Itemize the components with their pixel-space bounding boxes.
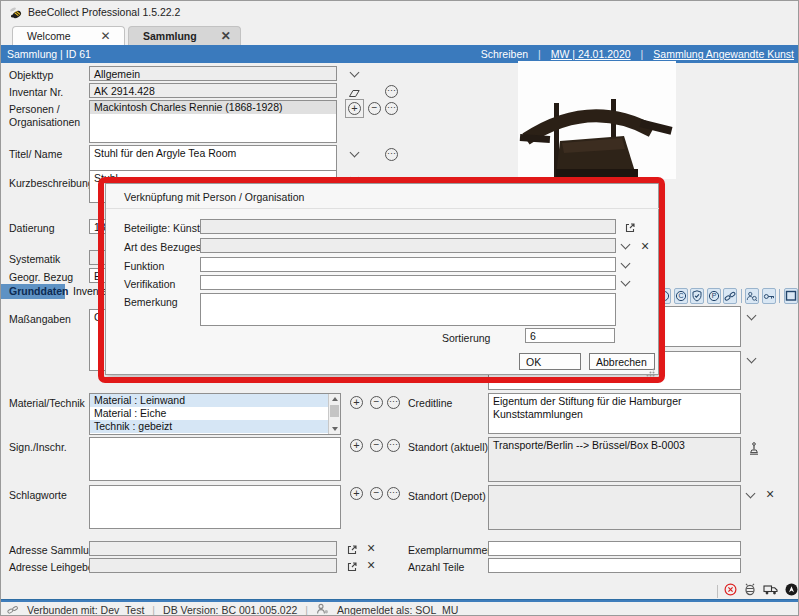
chevron-down-icon[interactable]	[350, 174, 358, 182]
ellipsis-icon[interactable]	[387, 396, 400, 409]
beteiligte-input[interactable]	[200, 219, 616, 234]
object-photo[interactable]	[518, 61, 676, 179]
remove-person-button[interactable]	[368, 102, 381, 115]
sortierung-input[interactable]: 6	[525, 328, 615, 343]
ellipsis-icon[interactable]	[385, 102, 398, 115]
chevron-down-icon[interactable]	[350, 149, 358, 157]
record-toolbar: C P	[657, 288, 798, 304]
clear-icon[interactable]	[766, 487, 774, 501]
art-des-bezuges-label: Art des Bezuges	[124, 241, 201, 253]
chevron-down-icon[interactable]	[621, 278, 629, 286]
bemerkung-label: Bemerkung	[124, 296, 178, 308]
compass-icon[interactable]	[785, 582, 798, 600]
schlagworte-input[interactable]	[89, 485, 341, 529]
list-item[interactable]: Material : Leinwand	[90, 394, 336, 407]
link-person-dialog: Verknüpfung mit Person / Organisation Be…	[105, 183, 659, 375]
tab-sammlung-label: Sammlung	[143, 30, 197, 42]
adresse-sammlung-input[interactable]	[89, 541, 337, 556]
funktion-input[interactable]	[200, 257, 616, 272]
adresse-leihgeber-input[interactable]	[89, 558, 337, 573]
person-search-icon[interactable]	[745, 288, 759, 304]
art-des-bezuges-input[interactable]	[200, 238, 616, 253]
ok-button[interactable]: OK	[519, 353, 581, 370]
verifikation-input[interactable]	[200, 275, 616, 290]
titel-label: Titel/ Name	[9, 148, 62, 160]
link-icon[interactable]	[723, 288, 737, 304]
tab-welcome[interactable]: Welcome ✕	[12, 26, 125, 45]
objekttyp-input[interactable]: Allgemein	[89, 66, 337, 81]
close-icon[interactable]: ✕	[101, 31, 111, 41]
header-separator: |	[641, 48, 644, 60]
add-person-button[interactable]	[345, 99, 364, 118]
record-header: Sammlung | ID 61 Schreiben | MW | 24.01.…	[1, 45, 799, 63]
chevron-down-icon[interactable]	[747, 355, 755, 363]
status-logged-in: Angemeldet als: SOL_MU	[337, 604, 458, 616]
chevron-down-icon[interactable]	[746, 490, 754, 498]
list-item[interactable]: Technik : gebeizt	[90, 420, 336, 433]
svg-text:P: P	[711, 292, 716, 299]
remove-schlagwort-button[interactable]	[370, 487, 383, 500]
chevron-down-icon[interactable]	[621, 260, 629, 268]
inventar-nr-input[interactable]: AK 2914.428	[89, 83, 337, 98]
scrollbar[interactable]	[328, 394, 340, 434]
adresse-leihgeber-label: Adresse Leihgeber	[9, 561, 97, 573]
ellipsis-icon[interactable]	[385, 148, 398, 161]
resize-grip-icon[interactable]	[646, 363, 655, 372]
key-icon[interactable]	[762, 288, 776, 304]
copyright-icon[interactable]: C	[674, 288, 688, 304]
chevron-down-icon[interactable]	[621, 241, 629, 249]
external-link-icon[interactable]	[624, 220, 636, 238]
clear-icon[interactable]	[367, 541, 375, 555]
material-technik-list[interactable]: Material : Leinwand Material : Eiche Tec…	[89, 393, 341, 435]
ellipsis-icon[interactable]	[387, 439, 400, 452]
external-link-icon[interactable]	[346, 559, 358, 577]
bee-icon[interactable]	[743, 582, 757, 600]
bemerkung-input[interactable]	[200, 293, 616, 326]
title-bar: BeeCollect Professional 1.5.22.2	[1, 1, 799, 25]
close-icon[interactable]: ✕	[221, 31, 231, 41]
record-title: Sammlung | ID 61	[7, 48, 91, 60]
clear-icon[interactable]	[641, 239, 649, 253]
add-schlagwort-button[interactable]	[350, 487, 363, 500]
exemplarnummer-input[interactable]	[488, 541, 741, 556]
tab-grunddaten[interactable]: Grunddaten	[1, 284, 65, 299]
ellipsis-icon[interactable]	[387, 487, 400, 500]
anzahl-teile-input[interactable]	[488, 558, 741, 573]
funktion-label: Funktion	[124, 260, 164, 272]
stamp-icon[interactable]	[748, 441, 760, 459]
header-separator: |	[538, 48, 541, 60]
standort-depot-input[interactable]	[488, 485, 741, 530]
truck-icon[interactable]	[763, 582, 779, 600]
add-sign-button[interactable]	[350, 439, 363, 452]
collection-link[interactable]: Sammlung Angewandte Kunst	[653, 48, 794, 60]
adresse-sammlung-label: Adresse Sammlung	[9, 544, 101, 556]
window-icon[interactable]	[784, 288, 798, 304]
dialog-title: Verknüpfung mit Person / Organisation	[124, 191, 304, 203]
remove-material-button[interactable]	[370, 396, 383, 409]
person-list-item[interactable]: Mackintosh Charles Rennie (1868-1928)	[90, 101, 336, 114]
sign-inschr-input[interactable]	[89, 437, 341, 481]
circle-icon[interactable]	[657, 288, 671, 304]
editor-date-link[interactable]: MW | 24.01.2020	[551, 48, 631, 60]
external-link-icon[interactable]	[346, 542, 358, 560]
clear-icon[interactable]	[367, 558, 375, 572]
chevron-down-icon[interactable]	[350, 69, 358, 77]
list-item[interactable]: Material : Eiche	[90, 407, 336, 420]
ellipsis-icon[interactable]	[385, 85, 398, 98]
svg-text:C: C	[678, 292, 683, 299]
add-material-button[interactable]	[350, 396, 363, 409]
tab-sammlung[interactable]: Sammlung ✕	[128, 26, 241, 45]
chevron-down-icon[interactable]	[747, 312, 755, 320]
personen-list[interactable]: Mackintosh Charles Rennie (1868-1928)	[89, 100, 337, 143]
sign-inschr-label: Sign./Inschr.	[9, 441, 67, 453]
creditline-input[interactable]: Eigentum der Stiftung für die Hamburger …	[488, 393, 741, 434]
provenance-p-icon[interactable]: P	[707, 288, 721, 304]
inventar-nr-label: Inventar Nr.	[9, 86, 63, 98]
standort-aktuell-input[interactable]: Transporte/Berlin --> Brüssel/Box B-0003	[488, 437, 741, 482]
massangaben-label: Maßangaben	[9, 313, 71, 325]
shield-icon[interactable]	[690, 288, 704, 304]
remove-sign-button[interactable]	[370, 439, 383, 452]
exemplarnummer-label: Exemplarnummer	[408, 544, 491, 556]
status-db-version: DB Version: BC 001.005.022	[163, 604, 297, 616]
error-icon[interactable]	[724, 582, 737, 600]
